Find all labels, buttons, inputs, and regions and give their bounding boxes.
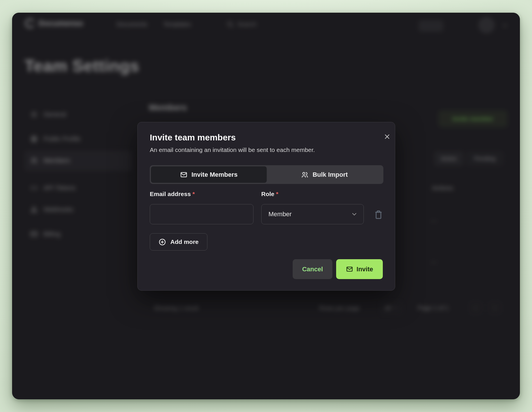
remove-row-button[interactable] bbox=[372, 208, 385, 221]
role-label: Role * bbox=[261, 191, 279, 197]
cancel-button[interactable]: Cancel bbox=[293, 259, 332, 279]
required-marker: * bbox=[192, 191, 195, 197]
role-select-value: Member bbox=[268, 210, 292, 218]
tab-bulk-import[interactable]: Bulk Import bbox=[267, 166, 383, 183]
mail-icon bbox=[346, 266, 353, 273]
email-input[interactable] bbox=[150, 204, 253, 224]
close-icon bbox=[383, 133, 391, 140]
dialog-title: Invite team members bbox=[150, 133, 236, 142]
role-select[interactable]: Member bbox=[261, 204, 364, 224]
users-icon bbox=[301, 171, 308, 178]
plus-circle-icon bbox=[158, 238, 166, 246]
invite-button[interactable]: Invite bbox=[336, 259, 383, 279]
tab-invite-members[interactable]: Invite Members bbox=[151, 166, 267, 183]
add-more-label: Add more bbox=[170, 238, 198, 245]
tab-label: Bulk Import bbox=[313, 171, 348, 178]
required-marker: * bbox=[276, 191, 278, 197]
mail-icon bbox=[180, 171, 188, 178]
app-window: Documenso Documents Templates Search Tea… bbox=[12, 13, 520, 399]
dialog-subtitle: An email containing an invitation will b… bbox=[150, 146, 315, 153]
tab-label: Invite Members bbox=[192, 171, 238, 178]
invite-mode-tabs: Invite Members Bulk Import bbox=[150, 165, 383, 184]
invite-label: Invite bbox=[357, 266, 373, 273]
add-more-button[interactable]: Add more bbox=[150, 233, 207, 251]
invite-team-members-dialog: Invite team members An email containing … bbox=[137, 122, 395, 291]
chevron-down-icon bbox=[351, 211, 358, 218]
close-button[interactable] bbox=[381, 130, 393, 143]
trash-icon bbox=[373, 210, 384, 220]
email-address-label: Email address * bbox=[150, 191, 195, 197]
